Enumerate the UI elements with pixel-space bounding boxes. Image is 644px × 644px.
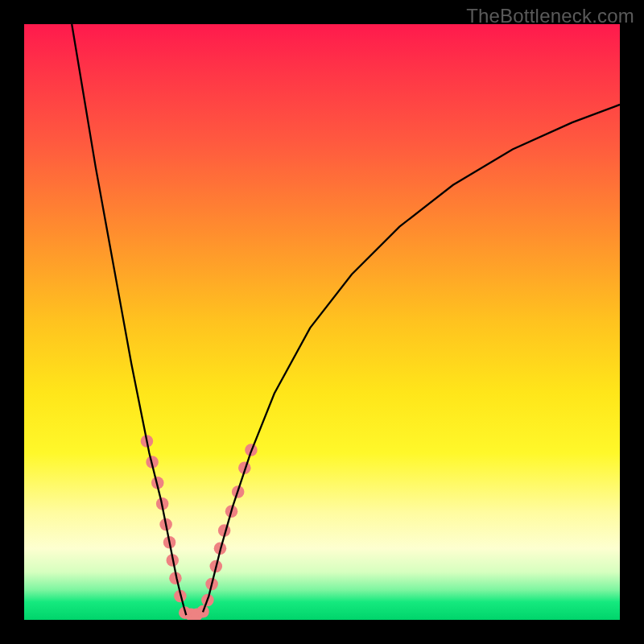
chart-area xyxy=(24,24,620,620)
watermark-text: TheBottleneck.com xyxy=(466,5,634,27)
curve-right xyxy=(203,105,620,612)
chart-svg xyxy=(24,24,620,620)
data-markers xyxy=(141,435,258,620)
